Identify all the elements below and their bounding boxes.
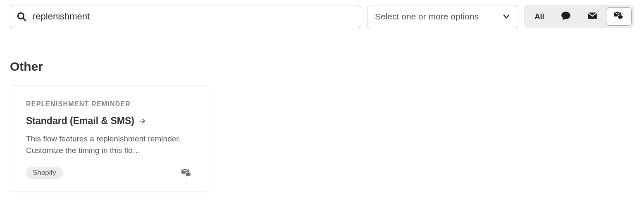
options-select[interactable]: Select one or more options bbox=[367, 5, 518, 28]
email-sms-icon bbox=[613, 10, 624, 23]
section-title: Other bbox=[10, 60, 634, 74]
card-footer: Shopify bbox=[26, 167, 192, 179]
card-description: This flow features a replenishment remin… bbox=[26, 133, 192, 156]
channel-email-button[interactable] bbox=[580, 7, 605, 26]
search-icon bbox=[16, 11, 27, 22]
channel-all-label: All bbox=[534, 12, 544, 21]
channel-email-sms-button[interactable] bbox=[606, 7, 632, 26]
channel-all-button[interactable]: All bbox=[527, 7, 552, 26]
search-input[interactable] bbox=[33, 11, 355, 22]
email-sms-icon bbox=[181, 167, 192, 179]
flow-card[interactable]: REPLENISHMENT REMINDER Standard (Email &… bbox=[10, 85, 208, 192]
card-title-link[interactable]: Standard (Email & SMS) bbox=[26, 115, 192, 127]
svg-line-1 bbox=[23, 18, 25, 20]
options-select-label: Select one or more options bbox=[375, 12, 479, 22]
filter-bar: Select one or more options All bbox=[10, 5, 634, 28]
email-icon bbox=[587, 10, 598, 23]
search-field[interactable] bbox=[10, 5, 361, 28]
sms-icon bbox=[561, 10, 571, 23]
channel-toggle-group: All bbox=[524, 5, 634, 28]
channel-sms-button[interactable] bbox=[553, 7, 579, 26]
card-tag: Shopify bbox=[26, 167, 63, 179]
arrow-right-icon bbox=[138, 117, 147, 125]
card-title: Standard (Email & SMS) bbox=[26, 115, 134, 127]
card-eyebrow: REPLENISHMENT REMINDER bbox=[26, 100, 192, 108]
chevron-down-icon bbox=[502, 12, 510, 21]
